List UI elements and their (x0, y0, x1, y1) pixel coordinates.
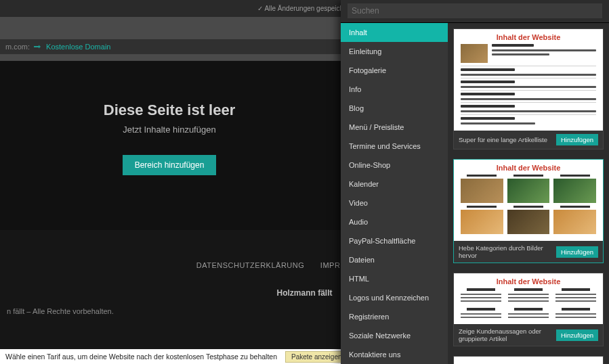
preview-card (453, 356, 604, 364)
preview-card-title (454, 357, 603, 364)
domain-suffix: m.com: (5, 43, 30, 51)
category-item[interactable]: Inhalt (341, 23, 448, 42)
section-search-input[interactable] (348, 3, 602, 18)
category-list[interactable]: InhaltEinleitungFotogalerieInfoBlogMenü … (341, 23, 448, 364)
add-preview-button[interactable]: Hinzufügen (556, 246, 598, 258)
category-item[interactable]: HTML (341, 269, 448, 288)
category-item[interactable]: Soziale Netzwerke (341, 326, 448, 345)
category-item[interactable]: Kalender (341, 175, 448, 194)
category-item[interactable]: Logos und Kennzeichen (341, 288, 448, 307)
preview-card-title: Inhalt der Website (454, 160, 603, 175)
category-item[interactable]: PayPal-Schaltfläche (341, 231, 448, 250)
add-preview-button[interactable]: Hinzufügen (556, 134, 598, 145)
preview-desc: Zeige Kundenaussagen oder gruppierte Art… (459, 327, 556, 342)
category-item[interactable]: Video (341, 194, 448, 212)
category-item[interactable]: Registrieren (341, 307, 448, 326)
promo-text: Wähle einen Tarif aus, um deine Website … (5, 352, 277, 361)
empty-page-title: Diese Seite ist leer (81, 101, 257, 119)
category-item[interactable]: Dateien (341, 250, 448, 269)
category-item[interactable]: Fotogalerie (341, 61, 448, 80)
preview-card: Inhalt der Website Zeige Kunde (453, 273, 604, 346)
preview-card-title: Inhalt der Website (454, 29, 603, 44)
category-item[interactable]: Einleitung (341, 42, 448, 61)
add-section-button[interactable]: Bereich hinzufügen (123, 155, 217, 175)
category-item[interactable]: Info (341, 80, 448, 99)
preview-card-title: Inhalt der Website (454, 273, 603, 288)
rights-text: n fällt – Alle Rechte vorbehalten. (7, 307, 114, 315)
preview-card: Inhalt der Website Hebe Kategorien durch (453, 159, 604, 263)
category-item[interactable]: Menü / Preisliste (341, 118, 448, 137)
preview-desc: Hebe Kategorien durch Bilder hervor (459, 244, 556, 259)
add-preview-button[interactable]: Hinzufügen (556, 329, 598, 341)
category-item[interactable]: Blog (341, 99, 448, 118)
empty-page-block: Diese Seite ist leer Jetzt Inhalte hinzu… (81, 101, 257, 175)
add-section-panel: InhaltEinleitungFotogalerieInfoBlogMenü … (341, 0, 609, 364)
category-item[interactable]: Online-Shop (341, 156, 448, 175)
category-item[interactable]: Termine und Services (341, 137, 448, 156)
footer-link-privacy[interactable]: DATENSCHUTZERKLÄRUNG (196, 261, 305, 269)
free-domain-link[interactable]: Kostenlose Domain (34, 43, 110, 51)
save-status-text: Alle Änderungen gespeichert (257, 5, 352, 12)
show-plans-button[interactable]: Pakete anzeigen (285, 351, 348, 363)
free-domain-label: Kostenlose Domain (46, 43, 110, 51)
empty-page-subtitle: Jetzt Inhalte hinzufügen (81, 124, 257, 135)
preview-list[interactable]: Inhalt der Website Super für eine lange … (448, 23, 609, 364)
category-item[interactable]: Kontaktiere uns (341, 345, 448, 364)
panel-search-wrap (341, 0, 609, 23)
preview-desc: Super für eine lange Artikelliste (459, 136, 547, 143)
category-item[interactable]: Audio (341, 212, 448, 231)
preview-card: Inhalt der Website Super für eine lange … (453, 28, 604, 150)
